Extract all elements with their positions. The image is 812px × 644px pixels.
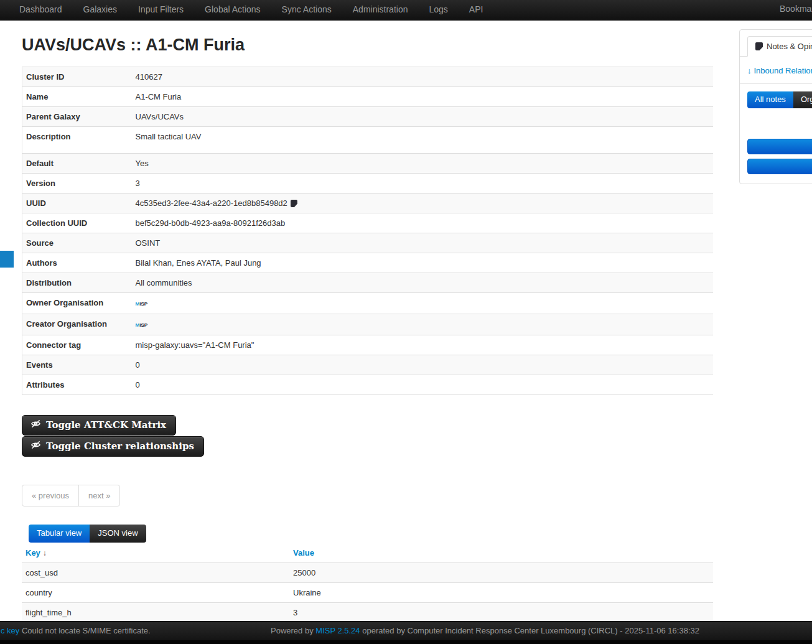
nav-item-sync-actions: Sync Actions	[271, 4, 342, 15]
misp-galaxy-cluster-page: DashboardGalaxiesInput FiltersGlobal Act…	[0, 0, 812, 644]
nav-link[interactable]: API	[469, 4, 483, 14]
inbound-relations-link[interactable]: ↓Inbound Relations	[747, 66, 812, 75]
panel-action-button-1[interactable]	[747, 139, 812, 154]
row-label: Version	[22, 174, 132, 194]
row-value: MISP	[132, 293, 714, 314]
panel-tab-row: Notes & Opinions	[740, 30, 812, 57]
row-label: Events	[22, 355, 132, 375]
nav-item-input-filters: Input Filters	[128, 4, 194, 15]
cluster-row: DistributionAll communities	[22, 273, 714, 293]
nav-item-galaxies: Galaxies	[73, 4, 128, 15]
main-content: UAVs/UCAVs :: A1-CM Furia Cluster ID4106…	[22, 25, 713, 623]
row-label: Attributes	[22, 375, 132, 395]
row-value: Bilal Khan, Enes AYATA, Paul Jung	[132, 253, 714, 273]
kv-value: 25000	[289, 563, 713, 583]
nav-link[interactable]: Sync Actions	[282, 4, 332, 14]
notes-filter-tabs: All notes Organisation notes	[747, 91, 812, 108]
row-value: Yes	[132, 154, 714, 174]
view-tabs: Tabular view JSON view	[29, 525, 713, 543]
row-label: Authors	[22, 253, 132, 273]
row-label: Owner Organisation	[22, 293, 132, 314]
kv-value: Ukraine	[289, 583, 713, 603]
row-value: 3	[132, 174, 714, 194]
kv-row: countryUkraine	[22, 583, 713, 603]
cluster-row: Cluster ID410627	[22, 67, 714, 87]
row-value: 410627	[132, 67, 714, 87]
tab-all-notes[interactable]: All notes	[747, 91, 793, 108]
kv-key: cost_usd	[22, 563, 289, 583]
nav-item-dashboard: Dashboard	[9, 4, 73, 15]
cluster-row: UUID4c535ed3-2fee-43a4-a220-1ed8b85498d2	[22, 194, 714, 213]
panel-divider	[740, 83, 812, 84]
cluster-row: Connector tagmisp-galaxy:uavs="A1-CM Fur…	[22, 335, 714, 355]
row-value: 4c535ed3-2fee-43a4-a220-1ed8b85498d2	[132, 194, 714, 213]
misp-org-logo[interactable]: MISP	[136, 301, 148, 307]
cluster-row: Attributes0	[22, 375, 714, 395]
tab-organisation-notes[interactable]: Organisation notes	[793, 91, 812, 108]
inbound-relations-row: ↓Inbound Relations	[740, 57, 812, 82]
nav-link[interactable]: Dashboard	[19, 4, 62, 14]
pagination-next[interactable]: next »	[78, 485, 119, 506]
row-label: Source	[22, 233, 132, 253]
misp-org-logo[interactable]: MISP	[136, 322, 148, 328]
row-label: Connector tag	[22, 335, 132, 355]
main-menu: DashboardGalaxiesInput FiltersGlobal Act…	[0, 0, 812, 19]
eye-slash-icon	[30, 441, 41, 452]
kv-header-key[interactable]: Key↓	[22, 544, 289, 563]
row-value: OSINT	[132, 233, 714, 253]
toggle-cluster-relationships-label: Toggle Cluster relationships	[46, 441, 194, 452]
toggle-attack-matrix-button[interactable]: Toggle ATT&CK Matrix	[22, 415, 176, 436]
pagination: « previous next »	[22, 485, 120, 506]
cluster-row: AuthorsBilal Khan, Enes AYATA, Paul Jung	[22, 253, 714, 273]
row-value: A1-CM Furia	[132, 87, 714, 107]
top-navbar: DashboardGalaxiesInput FiltersGlobal Act…	[0, 0, 812, 21]
kv-row: flight_time_h3	[22, 603, 713, 623]
row-label: UUID	[22, 194, 132, 213]
cluster-table-body: Cluster ID410627NameA1-CM FuriaParent Ga…	[22, 67, 714, 395]
kv-table-body: cost_usd25000countryUkraineflight_time_h…	[22, 563, 713, 623]
nav-link[interactable]: Galaxies	[83, 4, 117, 14]
pagination-previous[interactable]: « previous	[22, 485, 78, 506]
nav-item-global-actions: Global Actions	[194, 4, 271, 15]
nav-link[interactable]: Administration	[353, 4, 408, 14]
nav-link[interactable]: Input Filters	[138, 4, 184, 14]
cluster-row: DescriptionSmall tactical UAV	[22, 127, 714, 154]
nav-item-administration: Administration	[342, 4, 419, 15]
footer-bar: c key Could not locate S/MIME certificat…	[0, 621, 812, 640]
row-label: Description	[22, 127, 132, 154]
tab-notes-opinions[interactable]: Notes & Opinions	[747, 36, 812, 57]
row-value: 0	[132, 355, 714, 375]
cluster-detail-table: Cluster ID410627NameA1-CM FuriaParent Ga…	[22, 67, 713, 395]
footer-powered-by: Powered by MISP 2.5.24 operated by Compu…	[271, 626, 699, 635]
copy-uuid-icon[interactable]	[291, 200, 297, 207]
row-label: Collection UUID	[22, 213, 132, 233]
cluster-row: SourceOSINT	[22, 233, 714, 253]
cluster-row: Version3	[22, 174, 714, 194]
kv-header-value[interactable]: Value	[289, 544, 713, 563]
side-edge-toggle[interactable]	[0, 251, 14, 268]
row-value: UAVs/UCAVs	[132, 107, 714, 127]
nav-link[interactable]: Global Actions	[205, 4, 261, 14]
note-icon	[755, 42, 763, 50]
toggle-cluster-relationships-button[interactable]: Toggle Cluster relationships	[22, 436, 204, 457]
row-label: Creator Organisation	[22, 314, 132, 335]
row-value: bef5c29d-b0db-4923-aa9a-80921f26d3ab	[132, 213, 714, 233]
footer-left-text: c key Could not locate S/MIME certificat…	[1, 626, 151, 635]
tab-json-view[interactable]: JSON view	[90, 525, 146, 543]
row-label: Parent Galaxy	[22, 107, 132, 127]
row-value: misp-galaxy:uavs="A1-CM Furia"	[132, 335, 714, 355]
cluster-values-table: Key↓ Value cost_usd25000countryUkrainefl…	[22, 544, 713, 623]
panel-action-button-2[interactable]	[747, 159, 812, 174]
kv-key: flight_time_h	[22, 603, 289, 623]
row-label: Name	[22, 87, 132, 107]
footer-misp-version-link[interactable]: MISP 2.5.24	[315, 626, 360, 635]
nav-bookmarks[interactable]: Bookmarks	[780, 4, 812, 14]
footer-key-link[interactable]: c key	[1, 626, 19, 635]
row-label: Distribution	[22, 273, 132, 293]
toggle-buttons: Toggle ATT&CK Matrix Toggle Cluster rela…	[22, 415, 713, 457]
page-footer: c key Could not locate S/MIME certificat…	[0, 621, 812, 644]
cluster-row: DefaultYes	[22, 154, 714, 174]
tab-tabular-view[interactable]: Tabular view	[29, 525, 90, 543]
nav-link[interactable]: Logs	[429, 4, 447, 14]
nav-item-api: API	[459, 4, 494, 15]
